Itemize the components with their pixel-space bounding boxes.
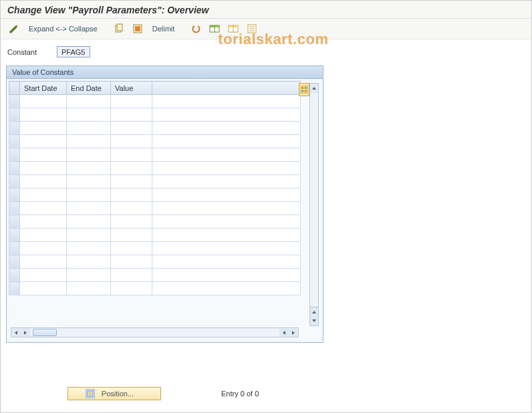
select-all-button[interactable] xyxy=(130,22,146,35)
table-row[interactable] xyxy=(9,202,301,215)
table-cell[interactable] xyxy=(152,175,301,188)
table-cell[interactable] xyxy=(152,95,301,108)
table-cell[interactable] xyxy=(20,282,67,295)
table-cell[interactable] xyxy=(111,282,152,295)
copy-button[interactable] xyxy=(111,22,127,35)
column-header-value[interactable]: Value xyxy=(111,82,152,95)
table-row[interactable] xyxy=(9,162,301,175)
scroll-up-button[interactable] xyxy=(310,84,318,93)
table-cell[interactable] xyxy=(67,255,111,269)
table-cell[interactable] xyxy=(67,242,111,255)
table-row[interactable] xyxy=(9,282,301,295)
table-row[interactable] xyxy=(9,135,301,148)
table-config-button[interactable] xyxy=(299,83,309,96)
table-cell[interactable] xyxy=(20,229,67,242)
scroll-left-inner-button[interactable] xyxy=(279,328,289,337)
table-row[interactable] xyxy=(9,215,301,229)
table-cell[interactable] xyxy=(152,269,301,282)
table-row[interactable] xyxy=(9,95,301,108)
table-cell[interactable] xyxy=(20,148,67,162)
table-row[interactable] xyxy=(9,122,301,135)
table-cell[interactable] xyxy=(67,215,111,229)
row-selector[interactable] xyxy=(9,95,20,108)
table-cell[interactable] xyxy=(152,229,301,242)
table-cell[interactable] xyxy=(111,175,152,188)
table-cell[interactable] xyxy=(67,282,111,295)
table-row[interactable] xyxy=(9,269,301,282)
row-selector[interactable] xyxy=(9,162,20,175)
row-selector[interactable] xyxy=(9,135,20,148)
table-cell[interactable] xyxy=(111,162,152,175)
table-cell[interactable] xyxy=(111,202,152,215)
table-cell[interactable] xyxy=(67,188,111,202)
row-selector[interactable] xyxy=(9,175,20,188)
row-selector[interactable] xyxy=(9,108,20,122)
position-button[interactable]: Position... xyxy=(68,387,161,400)
scroll-right-inner-button[interactable] xyxy=(21,328,30,337)
table-cell[interactable] xyxy=(111,242,152,255)
table-cell[interactable] xyxy=(20,202,67,215)
column-header-blank[interactable] xyxy=(152,82,301,95)
horizontal-scrollbar[interactable] xyxy=(11,327,299,337)
table-cell[interactable] xyxy=(152,282,301,295)
row-selector[interactable] xyxy=(9,242,20,255)
table-cell[interactable] xyxy=(152,148,301,162)
row-selector-header[interactable] xyxy=(9,82,20,95)
table-cell[interactable] xyxy=(20,108,67,122)
table-cell[interactable] xyxy=(152,202,301,215)
table-cell[interactable] xyxy=(67,202,111,215)
table-cell[interactable] xyxy=(20,95,67,108)
row-selector[interactable] xyxy=(9,269,20,282)
table-row[interactable] xyxy=(9,242,301,255)
scroll-right-button[interactable] xyxy=(289,328,298,337)
table-cell[interactable] xyxy=(67,122,111,135)
row-selector[interactable] xyxy=(9,255,20,269)
table-cell[interactable] xyxy=(111,95,152,108)
scroll-down-button[interactable] xyxy=(310,316,318,325)
table-cell[interactable] xyxy=(20,135,67,148)
scroll-left-button[interactable] xyxy=(11,328,21,337)
row-selector[interactable] xyxy=(9,215,20,229)
table-cell[interactable] xyxy=(152,122,301,135)
table-cell[interactable] xyxy=(111,108,152,122)
table-cell[interactable] xyxy=(67,148,111,162)
table-cell[interactable] xyxy=(111,229,152,242)
scrollbar-thumb[interactable] xyxy=(33,329,57,336)
row-selector[interactable] xyxy=(9,202,20,215)
table-cell[interactable] xyxy=(67,229,111,242)
scrollbar-track[interactable] xyxy=(30,328,279,337)
table-row[interactable] xyxy=(9,188,301,202)
table-cell[interactable] xyxy=(111,135,152,148)
table-cell[interactable] xyxy=(111,269,152,282)
table-row[interactable] xyxy=(9,175,301,188)
column-header-start-date[interactable]: Start Date xyxy=(20,82,67,95)
save-button[interactable] xyxy=(207,22,223,35)
undo-button[interactable] xyxy=(188,22,204,35)
table-cell[interactable] xyxy=(152,188,301,202)
table-cell[interactable] xyxy=(111,122,152,135)
table-cell[interactable] xyxy=(111,188,152,202)
table-cell[interactable] xyxy=(20,215,67,229)
table-cell[interactable] xyxy=(20,175,67,188)
table-cell[interactable] xyxy=(67,108,111,122)
table-cell[interactable] xyxy=(67,135,111,148)
table-cell[interactable] xyxy=(20,188,67,202)
table-cell[interactable] xyxy=(152,242,301,255)
delimit-button[interactable]: Delimit xyxy=(148,22,179,35)
row-selector[interactable] xyxy=(9,148,20,162)
row-selector[interactable] xyxy=(9,282,20,295)
table-cell[interactable] xyxy=(111,255,152,269)
table-cell[interactable] xyxy=(152,108,301,122)
table-cell[interactable] xyxy=(20,122,67,135)
table-row[interactable] xyxy=(9,148,301,162)
print-button[interactable] xyxy=(244,22,260,35)
table-cell[interactable] xyxy=(152,135,301,148)
table-settings-button[interactable] xyxy=(225,22,241,35)
edit-toggle-button[interactable] xyxy=(6,22,22,35)
table-cell[interactable] xyxy=(20,242,67,255)
table-cell[interactable] xyxy=(20,269,67,282)
table-cell[interactable] xyxy=(152,215,301,229)
row-selector[interactable] xyxy=(9,229,20,242)
table-cell[interactable] xyxy=(152,255,301,269)
table-cell[interactable] xyxy=(67,269,111,282)
